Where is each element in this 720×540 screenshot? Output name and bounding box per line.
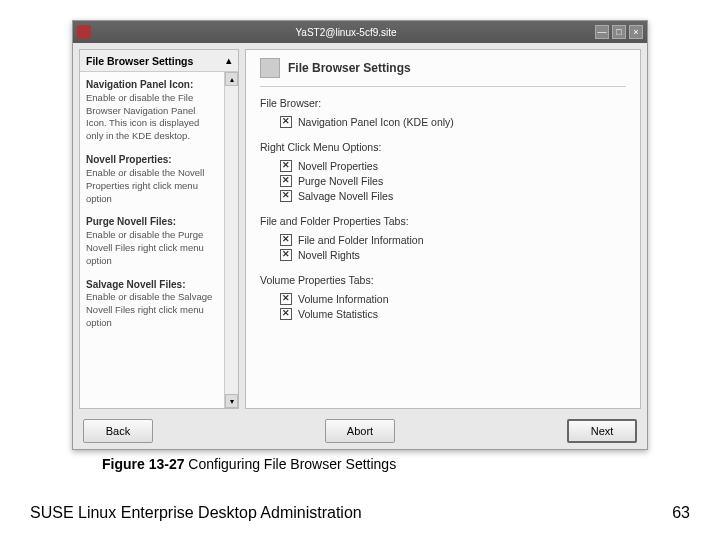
yast-window: YaST2@linux-5cf9.site — □ × File Browser… — [72, 20, 648, 450]
checkbox-option[interactable]: ✕Volume Information — [260, 291, 626, 306]
app-icon — [77, 25, 91, 39]
figure-caption: Figure 13-27 Configuring File Browser Se… — [102, 456, 690, 472]
scroll-up-icon[interactable]: ▴ — [225, 72, 238, 86]
collapse-icon[interactable]: ▴ — [226, 54, 232, 67]
sidebar-scrollbar[interactable]: ▴ ▾ — [224, 72, 238, 408]
group-title: File Browser: — [260, 97, 626, 109]
help-item-title: Novell Properties: — [86, 154, 172, 165]
main-title: File Browser Settings — [288, 61, 411, 75]
scroll-down-icon[interactable]: ▾ — [225, 394, 238, 408]
settings-icon — [260, 58, 280, 78]
checkbox-label: File and Folder Information — [298, 234, 423, 246]
checkbox-option[interactable]: ✕Purge Novell Files — [260, 173, 626, 188]
option-group: File and Folder Properties Tabs:✕File an… — [260, 215, 626, 262]
checkbox[interactable]: ✕ — [280, 175, 292, 187]
close-button[interactable]: × — [629, 25, 643, 39]
maximize-button[interactable]: □ — [612, 25, 626, 39]
help-sidebar: File Browser Settings ▴ Navigation Panel… — [79, 49, 239, 409]
checkbox-label: Salvage Novell Files — [298, 190, 393, 202]
next-button[interactable]: Next — [567, 419, 637, 443]
checkbox[interactable]: ✕ — [280, 308, 292, 320]
help-item: Salvage Novell Files:Enable or disable t… — [86, 278, 218, 330]
checkbox-label: Purge Novell Files — [298, 175, 383, 187]
group-title: Volume Properties Tabs: — [260, 274, 626, 286]
checkbox-option[interactable]: ✕Novell Properties — [260, 158, 626, 173]
option-group: File Browser:✕Navigation Panel Icon (KDE… — [260, 97, 626, 129]
main-panel: File Browser Settings File Browser:✕Navi… — [245, 49, 641, 409]
book-title: SUSE Linux Enterprise Desktop Administra… — [30, 504, 362, 522]
help-item-title: Purge Novell Files: — [86, 216, 176, 227]
checkbox-label: Novell Rights — [298, 249, 360, 261]
checkbox[interactable]: ✕ — [280, 234, 292, 246]
window-title: YaST2@linux-5cf9.site — [97, 27, 595, 38]
checkbox-option[interactable]: ✕File and Folder Information — [260, 232, 626, 247]
help-item: Purge Novell Files:Enable or disable the… — [86, 215, 218, 267]
checkbox-label: Volume Statistics — [298, 308, 378, 320]
titlebar: YaST2@linux-5cf9.site — □ × — [73, 21, 647, 43]
checkbox[interactable]: ✕ — [280, 249, 292, 261]
help-item-desc: Enable or disable the Salvage Novell Fil… — [86, 291, 218, 329]
help-item-desc: Enable or disable the Purge Novell Files… — [86, 229, 218, 267]
checkbox-label: Navigation Panel Icon (KDE only) — [298, 116, 454, 128]
checkbox[interactable]: ✕ — [280, 160, 292, 172]
option-group: Volume Properties Tabs:✕Volume Informati… — [260, 274, 626, 321]
help-item: Navigation Panel Icon:Enable or disable … — [86, 78, 218, 143]
checkbox[interactable]: ✕ — [280, 190, 292, 202]
option-group: Right Click Menu Options:✕Novell Propert… — [260, 141, 626, 203]
checkbox-label: Volume Information — [298, 293, 388, 305]
button-bar: Back Abort Next — [79, 415, 641, 443]
page-number: 63 — [672, 504, 690, 522]
checkbox-label: Novell Properties — [298, 160, 378, 172]
sidebar-title: File Browser Settings — [86, 55, 193, 67]
checkbox-option[interactable]: ✕Salvage Novell Files — [260, 188, 626, 203]
sidebar-header[interactable]: File Browser Settings ▴ — [80, 50, 238, 72]
help-item-desc: Enable or disable the File Browser Navig… — [86, 92, 218, 143]
help-item-desc: Enable or disable the Novell Properties … — [86, 167, 218, 205]
group-title: Right Click Menu Options: — [260, 141, 626, 153]
checkbox[interactable]: ✕ — [280, 116, 292, 128]
back-button[interactable]: Back — [83, 419, 153, 443]
group-title: File and Folder Properties Tabs: — [260, 215, 626, 227]
minimize-button[interactable]: — — [595, 25, 609, 39]
checkbox-option[interactable]: ✕Novell Rights — [260, 247, 626, 262]
scroll-track[interactable] — [225, 86, 238, 394]
checkbox[interactable]: ✕ — [280, 293, 292, 305]
help-item: Novell Properties:Enable or disable the … — [86, 153, 218, 205]
checkbox-option[interactable]: ✕Navigation Panel Icon (KDE only) — [260, 114, 626, 129]
help-item-title: Salvage Novell Files: — [86, 279, 186, 290]
help-item-title: Navigation Panel Icon: — [86, 79, 193, 90]
abort-button[interactable]: Abort — [325, 419, 395, 443]
checkbox-option[interactable]: ✕Volume Statistics — [260, 306, 626, 321]
